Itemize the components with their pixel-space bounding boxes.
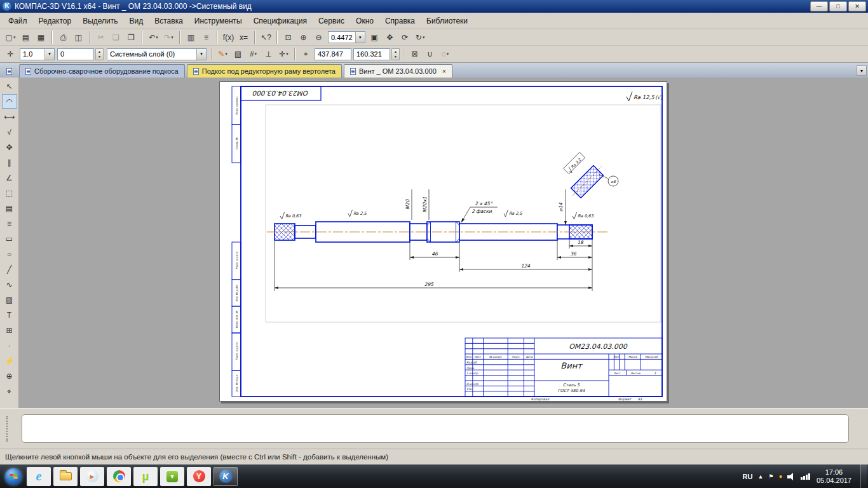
menu-specification[interactable]: Спецификация [248,14,313,28]
menu-insert[interactable]: Вставка [149,14,189,28]
panel-parametrization[interactable]: ∥ [2,155,17,170]
clock[interactable]: 17:06 05.04.2017 [817,468,851,485]
cursor-step-combo[interactable]: 1.0 ▾ [20,48,55,60]
grid-button[interactable]: #▾ [246,47,261,61]
spin-down-icon[interactable]: ▾ [392,54,399,59]
taskbar-mediaget-button[interactable]: ▼ [160,467,184,486]
update-notification-icon[interactable]: ● [778,473,782,480]
snap-button[interactable]: ✛▾ [276,47,291,61]
coordinates-button[interactable]: ⌖ [299,47,313,61]
tool-zoom[interactable]: ⊕ [2,369,17,383]
zoom-scale-combo[interactable]: 0.4472 ▾ [328,31,365,43]
property-bar[interactable] [22,414,849,443]
hatch-button[interactable]: ▨ [231,47,245,61]
taskbar-media-player-button[interactable]: ▶ [80,467,104,486]
redo-button[interactable]: ↷▾ [161,30,176,44]
combo-arrow-icon[interactable]: ▾ [44,49,54,60]
show-desktop-button[interactable] [860,464,867,488]
tool-origin[interactable]: ⌖ [2,384,17,398]
panel-designations[interactable]: √ [2,125,17,139]
panel-selection[interactable]: ⬚ [2,186,17,200]
copy-button[interactable]: ❏ [109,30,123,44]
coord-x-field[interactable]: 437.847 [315,48,351,60]
tool-circle[interactable]: ○ [2,247,17,261]
taskbar-kompas-button[interactable]: K [214,467,238,486]
tab-podkos-reduktor-frame[interactable]: Подкос под редукторную раму вертолета [187,64,342,78]
panel-dimensions[interactable]: ⟷ [2,109,17,124]
panel-editing[interactable]: ✥ [2,140,17,154]
close-button[interactable]: ✕ [848,1,866,11]
help-object-button[interactable]: ↖? [259,30,273,44]
tool-point[interactable]: · [2,338,17,353]
formula-button[interactable]: f(x) [221,30,236,44]
pan-button[interactable]: ✥ [383,30,397,44]
layer-spinner[interactable]: ▴▾ [95,48,104,60]
tool-parametric-lightning[interactable]: ⚡ [2,353,17,368]
combo-arrow-icon[interactable]: ▾ [355,32,365,43]
tool-select[interactable]: ↖ [2,79,17,93]
paste-button[interactable]: ❐ [124,30,139,44]
document-handle-button[interactable]: ✛ [3,47,18,61]
action-center-flag-icon[interactable]: ⚑ [768,473,773,480]
spin-up-icon[interactable]: ▴ [392,49,399,54]
coord-spinner[interactable]: ▴▾ [391,48,400,60]
panel-reports[interactable]: ≡ [2,216,17,231]
undo-button[interactable]: ↶▾ [146,30,161,44]
taskbar-chrome-button[interactable] [107,467,131,486]
specification-button[interactable]: ▥ [184,30,198,44]
taskbar-yandex-button[interactable]: Y [187,467,211,486]
spin-down-icon[interactable]: ▾ [96,54,103,59]
menu-help[interactable]: Справка [379,14,421,28]
menu-view[interactable]: Вид [124,14,149,28]
tool-hatch[interactable]: ▨ [2,292,17,307]
line-style-button[interactable]: ✎▾ [215,47,230,61]
menu-file[interactable]: Файл [3,14,33,28]
menu-select[interactable]: Выделить [77,14,123,28]
zoom-out-button[interactable]: ⊖ [311,30,326,44]
tab-vint-active[interactable]: Винт _ ОМ 23.04.03.000 × [344,64,452,78]
tool-text[interactable]: T [2,308,17,322]
magnet-button[interactable]: ∪ [423,47,437,61]
refresh-button[interactable]: ⟳ [398,30,412,44]
menu-window[interactable]: Окно [350,14,379,28]
zoom-fit-button[interactable]: ▣ [367,30,382,44]
start-button[interactable] [1,466,25,487]
layer-combo[interactable]: Системный слой (0) ▾ [107,48,207,60]
menu-libraries[interactable]: Библиотеки [421,14,473,28]
rebuild-button[interactable]: ↻▾ [413,30,428,44]
maximize-button[interactable]: □ [829,1,847,11]
coord-y-field[interactable]: 160.321 [353,48,390,60]
network-signal-icon[interactable] [801,473,810,480]
tab-close-icon[interactable]: × [442,67,446,75]
taskbar-explorer-button[interactable] [53,467,78,486]
phantom-button[interactable]: ◌▾ [438,47,452,61]
print-button[interactable]: ⎙ [56,30,71,44]
panel-grip-handle[interactable] [6,416,10,442]
menu-editor[interactable]: Редактор [33,14,78,28]
panel-geometry[interactable]: ◠ [2,94,17,109]
tool-table[interactable]: ⊞ [2,323,17,337]
panel-measure[interactable]: ∠ [2,170,17,185]
print-preview-button[interactable]: ◫ [71,30,86,44]
volume-icon[interactable] [787,473,796,480]
tool-spline[interactable]: ∿ [2,277,17,292]
combo-arrow-icon[interactable]: ▾ [196,49,206,60]
drawing-canvas[interactable]: Перв. примен. Справ. № Подп. и дата Инв.… [19,78,868,408]
panel-specification[interactable]: ▤ [2,201,17,215]
documents-button[interactable] [3,65,15,78]
taskbar-utorrent-button[interactable]: µ [133,467,158,486]
save-button[interactable]: ▦ [34,30,48,44]
tool-line[interactable]: ╱ [2,262,17,276]
zoom-frame-button[interactable]: ⊡ [281,30,295,44]
lock-button[interactable]: ⊠ [407,47,422,61]
zoom-in-button[interactable]: ⊕ [296,30,311,44]
drawing-sheet[interactable]: Перв. примен. Справ. № Подп. и дата Инв.… [219,81,667,402]
layer-number-field[interactable]: 0 [57,48,94,60]
menu-tools[interactable]: Инструменты [189,14,248,28]
spin-up-icon[interactable]: ▴ [96,49,103,54]
menu-service[interactable]: Сервис [313,14,350,28]
cut-button[interactable]: ✂ [93,30,108,44]
new-document-button[interactable]: ▢▾ [3,30,18,44]
tab-list-button[interactable]: ▼ [857,65,867,76]
taskbar-ie-button[interactable]: e [27,467,51,486]
